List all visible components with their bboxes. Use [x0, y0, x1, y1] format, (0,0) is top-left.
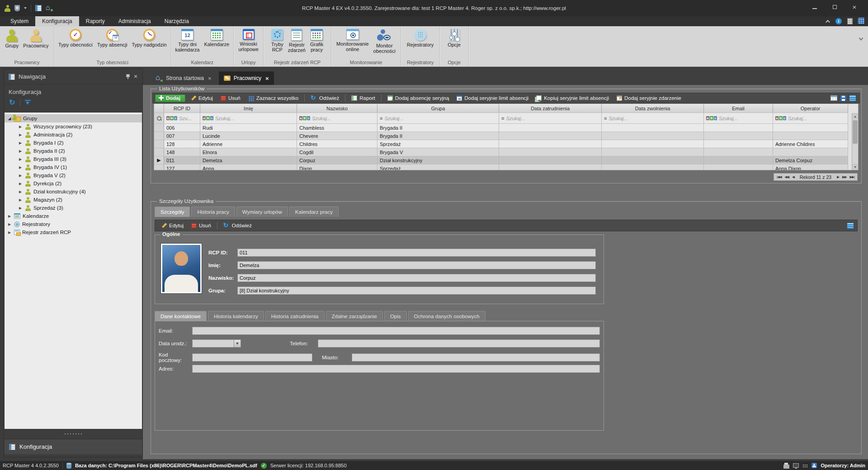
toolbar-button-edytuj[interactable]: Edytuj	[157, 222, 187, 230]
filter-cell-email[interactable]: aBcSzukaj...	[704, 113, 773, 124]
toolbar-button-raport[interactable]: Raport	[348, 94, 378, 102]
collapse-expander-icon[interactable]: ▶	[18, 149, 23, 153]
column-header-grupa[interactable]: Grupa	[377, 104, 499, 113]
tree-item-brygada-iii-3[interactable]: ▶Brygada III (3)	[5, 155, 142, 163]
tab-historia-zatrudnienia[interactable]: Historia zatrudnienia	[265, 311, 325, 321]
collapse-ribbon-icon[interactable]	[826, 19, 830, 24]
tree-item-dział-konstrukcyjny-4[interactable]: ▶Dział konstrukcyjny (4)	[5, 188, 142, 196]
tab-szczegóły[interactable]: Szczegóły	[155, 207, 190, 217]
layout-button[interactable]	[847, 222, 854, 228]
info-icon[interactable]	[835, 18, 842, 24]
toolbar-button-odśwież[interactable]: Odśwież	[307, 94, 342, 102]
nav-prev-icon[interactable]: ◀	[791, 174, 796, 180]
ribbon-button-opcje[interactable]: Opcje	[446, 28, 462, 48]
ribbon-button-typy-nadgodzin[interactable]: Typy nadgodzin	[130, 28, 168, 48]
collapse-expander-icon[interactable]: ▶	[7, 230, 12, 235]
combo-dropdown-icon[interactable]	[234, 339, 241, 348]
document-tab-pracownicy[interactable]: Pracownicy×	[219, 71, 274, 85]
column-header-data-zatrudnienia[interactable]: Data zatrudnienia	[499, 104, 602, 113]
tab-zdalne-zarządzanie[interactable]: Zdalne zarządzanie	[326, 311, 383, 321]
column-header-imię[interactable]: Imię	[200, 104, 297, 113]
grid-vertical-scrollbar[interactable]: ▲ ▼	[852, 113, 858, 170]
tree-item-brygada-i-2[interactable]: ▶Brygada I (2)	[5, 139, 142, 147]
nav-next-icon[interactable]: ▶▶	[841, 174, 848, 180]
toolbar-button-edytuj[interactable]: Edytuj	[187, 94, 216, 102]
ribbon-button-rejestratory[interactable]: Rejestratory	[405, 28, 435, 48]
menu-tab-system[interactable]: System	[4, 16, 35, 26]
close-panel-icon[interactable]: ×	[133, 74, 138, 80]
ribbon-button-kalendarze[interactable]: Kalendarze	[202, 28, 231, 48]
collapse-expander-icon[interactable]: ▶	[18, 174, 23, 178]
tree-item-sprzedaż-3[interactable]: ▶Sprzedaż (3)	[5, 204, 142, 212]
toolbar-button-dodaj-absencję-seryjną[interactable]: Dodaj absencję seryjną	[384, 94, 453, 102]
collapse-expander-icon[interactable]: ▶	[18, 190, 23, 194]
ribbon-button-grafik-pracy[interactable]: Grafik pracy	[308, 28, 325, 53]
tree-item-wszyscy-pracownicy-23[interactable]: ▶Wszyscy pracownicy (23)	[5, 122, 142, 131]
scroll-down-icon[interactable]: ▼	[852, 164, 858, 170]
toolbar-button-zaznacz-wszystko[interactable]: Zaznacz wszystko	[245, 94, 302, 102]
city-field[interactable]	[352, 353, 600, 362]
imie-field[interactable]	[237, 261, 596, 269]
scroll-up-icon[interactable]: ▲	[852, 113, 858, 119]
table-row[interactable]: 128AdrienneChildresSprzedażAdrienne Chil…	[154, 140, 858, 148]
menu-tab-administracja[interactable]: Administracja	[112, 16, 158, 26]
ribbon-corner[interactable]	[858, 18, 864, 24]
user-icon[interactable]	[5, 5, 10, 12]
tree-item-brygada-v-2[interactable]: ▶Brygada V (2)	[5, 171, 142, 179]
filter-cell-nazwisko[interactable]: aBcSzukaj...	[297, 113, 377, 124]
tree-item-magazyn-2[interactable]: ▶Magazyn (2)	[5, 196, 142, 204]
refresh-tree-icon[interactable]: ↻	[9, 99, 16, 106]
nav-next-icon[interactable]: ▶	[835, 174, 840, 180]
collapse-all-icon[interactable]	[24, 99, 31, 106]
ribbon-button-rejestr-zdarzeń[interactable]: Rejestr zdarzeń	[286, 28, 307, 54]
tree-item-rejestratory[interactable]: ▶Rejestratory	[5, 220, 142, 228]
nazwisko-field[interactable]	[237, 274, 596, 282]
maximize-button[interactable]	[825, 0, 844, 14]
shield-icon[interactable]	[14, 5, 20, 11]
save-layout-button[interactable]	[840, 95, 846, 101]
tab-historia-pracy[interactable]: Historia pracy	[191, 207, 235, 217]
collapse-expander-icon[interactable]: ▶	[7, 214, 12, 218]
column-header-email[interactable]: Email	[704, 104, 773, 113]
menu-tab-raporty[interactable]: Raporty	[79, 16, 112, 26]
filter-cell-rcp-id[interactable]: aBcSzu...	[164, 113, 200, 124]
nav-prev-icon[interactable]: ◀◀	[783, 174, 790, 180]
tree-item-administracja-2[interactable]: ▶Administracja (2)	[5, 131, 142, 139]
close-tab-icon[interactable]: ×	[208, 75, 212, 82]
tree-item-brygada-ii-2[interactable]: ▶Brygada II (2)	[5, 147, 142, 155]
column-header-data-zwolnienia[interactable]: Data zwolnienia	[602, 104, 704, 113]
display-icon[interactable]	[793, 463, 799, 468]
collapse-expander-icon[interactable]: ▶	[18, 141, 23, 145]
toolbar-button-dodaj-seryjnie-zdarzenie[interactable]: Dodaj seryjnie zdarzenie	[613, 94, 684, 102]
ribbon-button-typy-obecności[interactable]: Typy obecności	[57, 28, 94, 48]
collapse-expander-icon[interactable]: ▶	[18, 206, 23, 210]
nav-prev-icon[interactable]: |◀◀	[775, 174, 783, 180]
table-row[interactable]: 006RudiChamblessBrygada II	[154, 124, 858, 132]
minimize-button[interactable]	[805, 0, 825, 14]
collapse-expander-icon[interactable]: ▶	[18, 182, 23, 186]
document-tab-strona-startowa[interactable]: Strona startowa×	[151, 71, 217, 85]
table-row[interactable]: 007LucindeChevereBrygada II	[154, 132, 858, 140]
ribbon-button-typy-absencji[interactable]: Typy absencji	[95, 28, 129, 48]
ribbon-button-typy-dni-kalendarza[interactable]: Typy dni kalendarza	[174, 28, 202, 53]
rcpid-field[interactable]	[237, 249, 596, 257]
tree-item-kalendarze[interactable]: ▶Kalendarze	[5, 212, 142, 220]
keyboard-icon[interactable]	[802, 464, 808, 468]
toolbar-button-kopiuj-seryjnie-limit-absencji[interactable]: Kopiuj seryjnie limit absencji	[533, 94, 612, 102]
ribbon-button-monitorowanie-online[interactable]: Monitorowanie online	[335, 28, 371, 53]
tree-item-dyrekcja-2[interactable]: ▶Dyrekcja (2)	[5, 179, 142, 188]
tab-wymiary-urlopów[interactable]: Wymiary urlopów	[236, 207, 288, 217]
ribbon-button-monitor-obecności[interactable]: Monitor obecności	[372, 28, 398, 55]
toolbar-button-dodaj-seryjnie-limit-absencji[interactable]: Dodaj seryjnie limit absencji	[453, 94, 532, 102]
column-header-rcp-id[interactable]: RCP ID	[164, 104, 200, 113]
email-field[interactable]	[192, 327, 600, 335]
ribbon-button-wnioski-urlopowe[interactable]: Wnioski urlopowe	[236, 28, 260, 53]
collapse-expander-icon[interactable]: ▶	[18, 157, 23, 161]
close-tab-icon[interactable]: ×	[265, 75, 269, 82]
column-header-operator[interactable]: Operator	[773, 104, 848, 113]
collapse-expander-icon[interactable]: ▶	[7, 222, 12, 226]
navigation-bottom-button[interactable]: Konfiguracja	[5, 439, 142, 454]
tree-item-rejestr-zdarzeń-rcp[interactable]: ▶Rejestr zdarzeń RCP	[5, 228, 142, 236]
caret-down-icon[interactable]	[24, 7, 27, 10]
home-window-icon[interactable]	[46, 5, 52, 11]
